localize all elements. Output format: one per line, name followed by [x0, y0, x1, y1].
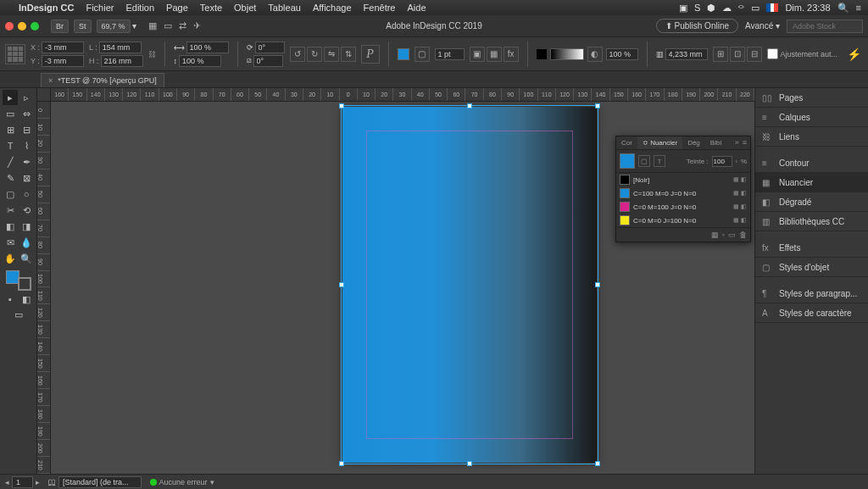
zoom-dropdown[interactable]: 69,7 % ▾	[97, 19, 136, 33]
text-toggle-icon[interactable]: T	[654, 155, 665, 167]
preflight-status[interactable]: Aucune erreur	[159, 478, 208, 486]
swatch-view-icon[interactable]: ▦	[711, 231, 719, 239]
gpu-icon[interactable]: ✈	[193, 20, 201, 31]
panel-calques[interactable]: ≡Calques	[755, 108, 868, 127]
opacity-input[interactable]	[606, 48, 638, 60]
fit-icon[interactable]: ⊡	[730, 47, 745, 62]
workspace-dropdown[interactable]: Avancé ▾	[745, 21, 780, 31]
cloud-icon[interactable]: ☁	[722, 3, 732, 14]
screen-mode-icon[interactable]: ▭	[164, 20, 172, 31]
current-fill-swatch[interactable]	[620, 153, 635, 169]
stroke-toggle-icon[interactable]: ▢	[638, 155, 650, 167]
opacity-icon[interactable]: ◐	[587, 47, 603, 62]
content-collector-tool[interactable]: ⊞	[3, 122, 18, 137]
status-icon[interactable]: S	[694, 3, 700, 13]
flip-v-icon[interactable]: ⇅	[341, 47, 356, 62]
new-swatch-icon[interactable]: ▫	[722, 231, 725, 239]
status-icon[interactable]: ⬢	[707, 3, 715, 14]
gap-tool[interactable]: ⇔	[19, 106, 34, 121]
menu-page[interactable]: Page	[166, 3, 188, 13]
pen-tool[interactable]: ✒	[19, 154, 34, 169]
close-tab-icon[interactable]: ×	[48, 76, 53, 85]
type-tool[interactable]: T	[3, 138, 18, 153]
x-input[interactable]	[42, 42, 84, 53]
minimize-window-icon[interactable]	[18, 22, 26, 31]
swatch-row[interactable]: C=0 M=100 J=0 N=0▦◧	[616, 200, 750, 214]
scale-y-input[interactable]	[179, 55, 221, 67]
ruler-horizontal[interactable]: 1601501401301201101009080706050403020100…	[51, 88, 754, 102]
panel-styles-caractere[interactable]: AStyles de caractère	[755, 303, 868, 323]
swatch-row[interactable]: [Noir]▦◧	[616, 173, 750, 186]
rectangle-tool[interactable]: ▢	[3, 186, 18, 202]
fx-icon[interactable]: fx	[504, 47, 519, 62]
panel-nuancier[interactable]: ▦Nuancier	[755, 173, 868, 192]
panel-pages[interactable]: ▯▯Pages	[755, 88, 868, 108]
document-tab[interactable]: × *TEST @ 70% [Aperçu GPU]	[41, 73, 164, 87]
eyedropper-tool[interactable]: 💧	[19, 235, 34, 250]
close-window-icon[interactable]	[5, 22, 14, 31]
tint-input[interactable]	[712, 156, 732, 167]
gradient-feather-tool[interactable]: ◨	[19, 219, 34, 234]
stroke-icon[interactable]: ▢	[415, 47, 430, 62]
apply-gradient-icon[interactable]: ◧	[19, 292, 34, 307]
paragraph-icon[interactable]: P	[361, 45, 380, 64]
swatch-tab-bibl[interactable]: Bibl	[705, 136, 726, 149]
swatch-tab-degrade[interactable]: Dég	[682, 136, 705, 149]
zoom-tool[interactable]: 🔍	[19, 251, 34, 266]
panel-styles-paragraphe[interactable]: ¶Styles de paragrap...	[755, 284, 868, 303]
menu-objet[interactable]: Objet	[234, 3, 256, 13]
new-group-icon[interactable]: ▭	[728, 231, 736, 239]
note-tool[interactable]: ✉	[3, 235, 18, 250]
width-input[interactable]	[99, 42, 142, 53]
master-dropdown[interactable]: [Standard] (de tra...	[58, 476, 142, 488]
panel-effets[interactable]: fxEffets	[755, 238, 868, 258]
battery-icon[interactable]: ▭	[751, 3, 760, 14]
menu-texte[interactable]: Texte	[200, 3, 222, 13]
flag-fr-icon[interactable]	[766, 3, 778, 12]
menu-tableau[interactable]: Tableau	[268, 3, 301, 13]
adobe-stock-search[interactable]	[787, 19, 863, 33]
y-input[interactable]	[42, 55, 84, 67]
lightning-icon[interactable]: ⚡	[847, 47, 861, 61]
rotate-cw-icon[interactable]: ↻	[307, 47, 322, 62]
page-navigator[interactable]: ◂ 1 ▸	[5, 476, 40, 488]
pencil-tool[interactable]: ✎	[3, 170, 18, 186]
document-page[interactable]	[342, 107, 597, 463]
gradient-swatch-tool[interactable]: ◧	[3, 219, 18, 234]
panel-degrade[interactable]: ◧Dégradé	[755, 192, 868, 212]
swatch-tab-nuancier[interactable]: ≎ Nuancier	[637, 136, 682, 149]
selection-tool[interactable]: ▸	[3, 90, 18, 105]
ellipse-tool[interactable]: ○	[19, 186, 34, 202]
collapse-icon[interactable]: »	[735, 138, 739, 147]
menu-edition[interactable]: Edition	[125, 3, 154, 13]
height-input[interactable]	[101, 55, 143, 67]
fit-icon[interactable]: ⊞	[713, 47, 728, 62]
scale-x-input[interactable]	[186, 42, 229, 53]
view-options-icon[interactable]: ▦	[148, 20, 157, 31]
type-path-tool[interactable]: ⌇	[19, 138, 34, 153]
ruler-vertical[interactable]: 0102030405060708090100110120130140150160…	[37, 102, 51, 474]
stock-button[interactable]: St	[74, 19, 92, 33]
rectangle-frame-tool[interactable]: ⊠	[19, 170, 34, 186]
stroke-weight-input[interactable]	[435, 48, 465, 60]
direct-selection-tool[interactable]: ▹	[19, 90, 34, 105]
reference-point-icon[interactable]	[5, 44, 25, 64]
flip-h-icon[interactable]: ⇋	[324, 47, 339, 62]
panel-styles-objet[interactable]: ▢Styles d'objet	[755, 258, 868, 277]
wifi-icon[interactable]: ⌔	[738, 3, 744, 13]
maximize-window-icon[interactable]	[31, 22, 39, 31]
fill-stroke-control[interactable]	[6, 270, 31, 291]
panel-menu-icon[interactable]: ≡	[743, 138, 747, 147]
hand-tool[interactable]: ✋	[3, 251, 18, 266]
fill-swatch[interactable]	[398, 48, 409, 60]
auto-fit-checkbox[interactable]: Ajustement aut...	[767, 48, 838, 59]
text-wrap-icon[interactable]: ▣	[470, 47, 485, 62]
swatch-tab-color[interactable]: Cor	[616, 136, 637, 149]
panel-contour[interactable]: ≡Contour	[755, 153, 868, 173]
spotlight-icon[interactable]: 🔍	[837, 3, 849, 14]
column-width-input[interactable]	[665, 48, 708, 60]
scissors-tool[interactable]: ✂	[3, 203, 18, 218]
menu-fenetre[interactable]: Fenêtre	[364, 3, 396, 13]
menu-aide[interactable]: Aide	[408, 3, 426, 13]
app-name[interactable]: InDesign CC	[19, 3, 74, 13]
